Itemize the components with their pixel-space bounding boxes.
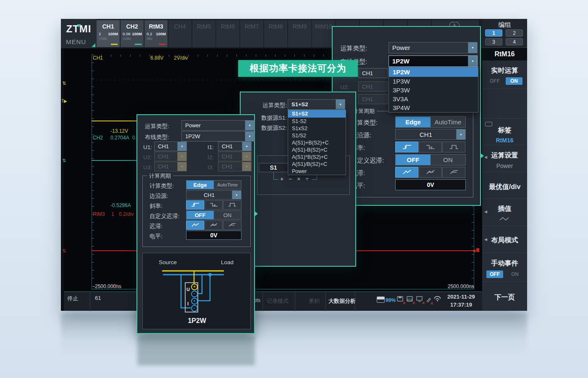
slope-both-button[interactable] (442, 142, 465, 152)
empty-section (482, 89, 527, 119)
dropdown-option[interactable]: S1-S2 (288, 118, 346, 125)
realtime-off[interactable]: OFF (486, 77, 503, 85)
dropdown-option[interactable]: S1xS2 (288, 125, 346, 132)
trace-end-marker[interactable]: ◀ (472, 248, 475, 253)
s1-box: S1 (259, 163, 288, 172)
power-setup-dialog: 运算类型: Power▼ 布线类型: 1P2W▼ U1: CH1▼ I1: CH… (136, 114, 255, 334)
calc-type-dropdown[interactable]: Power▼ (181, 120, 255, 131)
edge-autotime-toggle[interactable]: EdgeAutoTime (395, 116, 466, 128)
calc-settings-section[interactable]: ◀ 运算设置 Power (482, 146, 527, 172)
hysteresis-mid-button[interactable] (205, 220, 223, 230)
divider (262, 292, 263, 311)
dropdown-option[interactable]: 1P3W (389, 77, 478, 86)
slope-falling-button[interactable] (419, 142, 442, 152)
calc-type-dropdown[interactable]: S1+S2▼ (288, 99, 345, 110)
ch2-position-marker[interactable]: ⇅ (62, 158, 66, 163)
calc-type-label: 运算类型: (248, 102, 287, 109)
u2-dropdown: CH1▼ (154, 152, 187, 161)
tab-rtm9[interactable]: RtM9 (288, 20, 311, 47)
slope-falling-button[interactable] (205, 200, 223, 210)
group-button-1[interactable]: 1 (485, 29, 502, 37)
realtime-on[interactable]: ON (506, 77, 522, 85)
hysteresis-high-button[interactable] (223, 220, 242, 230)
tab-ch1[interactable]: CH1 2100M V/div (97, 20, 120, 47)
tab-ch2[interactable]: CH2 0.08100M A/div (121, 20, 144, 47)
group-button-4[interactable]: 4 (506, 38, 523, 45)
ch1-position-marker[interactable]: ⇅ (62, 81, 66, 86)
best-div-section[interactable]: 最优值/div (482, 173, 527, 199)
edge-source-dropdown[interactable]: CH1▼ (186, 190, 242, 200)
calc-period-group: 计算周期 计算类型: EdgeAutoTime 边沿源: CH1▼ 斜率: 自定… (346, 111, 473, 197)
i2-label: I2: (207, 154, 214, 160)
manual-event-title: 手动事件 (482, 259, 527, 268)
disconnected-x-icon: × (430, 301, 433, 306)
group-button-3[interactable]: 3 (485, 38, 502, 45)
dropdown-option[interactable]: A(S1)-B(S2)+C (288, 146, 346, 153)
ch2-label: CH2 (93, 135, 103, 141)
i3-dropdown: CH1▼ (218, 162, 252, 171)
channel-title: RtM16 (482, 47, 527, 61)
custom-hysteresis-toggle[interactable]: OFFON (395, 154, 466, 165)
tab-rtm3[interactable]: RtM3 0.2100M /div (144, 20, 168, 47)
level-label: 电平: (150, 233, 163, 240)
hysteresis-low-button[interactable] (186, 220, 204, 230)
run-state: 停止 (67, 295, 78, 302)
custom-hysteresis-toggle[interactable]: OFFON (186, 210, 242, 220)
calc-type-dropdown[interactable]: Power▼ (388, 42, 478, 53)
save-media-icon: × (397, 296, 404, 304)
u-terminal-label: U (186, 287, 190, 292)
dropdown-option[interactable]: 3V3A (389, 94, 478, 103)
manual-event-off[interactable]: OFF (486, 270, 503, 278)
dropdown-option[interactable]: Power (288, 168, 346, 175)
wiring-type-dropdown[interactable]: 1P2W▼ (388, 55, 478, 67)
group-button-2[interactable]: 2 (506, 29, 523, 37)
tab-rtm7[interactable]: RtM7 (240, 20, 263, 47)
hysteresis-mid-button[interactable] (419, 167, 442, 178)
interpolation-section[interactable]: ◀ 插值 (482, 200, 527, 226)
operators-label: + − × ÷ (278, 176, 312, 182)
trace-end-handle[interactable] (476, 248, 479, 252)
u1-field[interactable]: CH1 (358, 68, 388, 78)
hysteresis-low-button[interactable] (395, 167, 418, 178)
annotation-banner: 根据功率卡接法可分为 (238, 60, 358, 77)
wiring-type-dropdown[interactable]: 1P2W▼ (181, 131, 255, 142)
u1-dropdown[interactable]: CH1▼ (154, 142, 187, 151)
manual-event-section[interactable]: 手动事件 OFF ON (482, 254, 527, 282)
chevron-down-icon: ▼ (245, 121, 254, 130)
menu-button[interactable]: MENU (66, 38, 86, 45)
dropdown-option[interactable]: A(S1)*B(S2)+C (288, 153, 346, 160)
rtm3-trace (92, 250, 138, 251)
slope-both-button[interactable] (223, 200, 242, 210)
tab-rtm6[interactable]: RtM6 (216, 20, 239, 47)
slope-rising-button[interactable] (395, 142, 418, 152)
tab-ch4[interactable]: CH4 (168, 20, 192, 47)
dropdown-option[interactable]: 1P2W (389, 67, 478, 77)
manual-event-on[interactable]: ON (507, 270, 523, 278)
hysteresis-high-button[interactable] (442, 167, 465, 178)
level-input[interactable]: 0V (186, 231, 242, 240)
dropdown-option[interactable]: 3P3W (389, 86, 478, 94)
rtm3-position-marker[interactable]: ⇅ (62, 249, 66, 253)
trigger-level-marker[interactable]: T▶ (61, 99, 67, 103)
edge-autotime-toggle[interactable]: EdgeAutoTime (186, 180, 242, 189)
label-section[interactable]: 标签 RtM16 (482, 119, 527, 145)
level-input[interactable]: 0V (395, 179, 466, 190)
dropdown-option[interactable]: S1+S2 (288, 110, 346, 118)
realtime-calc-section[interactable]: 实时运算 OFF ON (482, 60, 527, 89)
tab-rtm8[interactable]: RtM8 (264, 20, 287, 47)
i1-dropdown[interactable]: CH1▼ (218, 142, 252, 151)
next-page-section[interactable]: 下一页 (482, 282, 527, 311)
dropdown-option[interactable]: S1/S2 (288, 132, 346, 139)
layout-mode-section[interactable]: ◀ 布局模式 (482, 226, 527, 253)
ch1-min: -13.12V (110, 128, 128, 134)
slope-rising-button[interactable] (186, 200, 204, 210)
storage-percent: 99% (386, 297, 396, 303)
screenshot-stage: ZTMI MENU CH1 2100M V/div CH2 0.08100M A… (0, 0, 588, 378)
dropdown-option[interactable]: A(S1)+B(S2)+C (288, 139, 346, 146)
chevron-down-icon: ▼ (242, 152, 251, 161)
tab-rtm5[interactable]: RtM5 (192, 20, 215, 47)
dropdown-option[interactable]: A(S1)/B(S2)+C (288, 160, 346, 168)
group-label: 编组 (482, 21, 527, 29)
edge-source-dropdown[interactable]: CH1▼ (395, 129, 466, 140)
dropdown-option[interactable]: 3P4W (389, 103, 478, 112)
